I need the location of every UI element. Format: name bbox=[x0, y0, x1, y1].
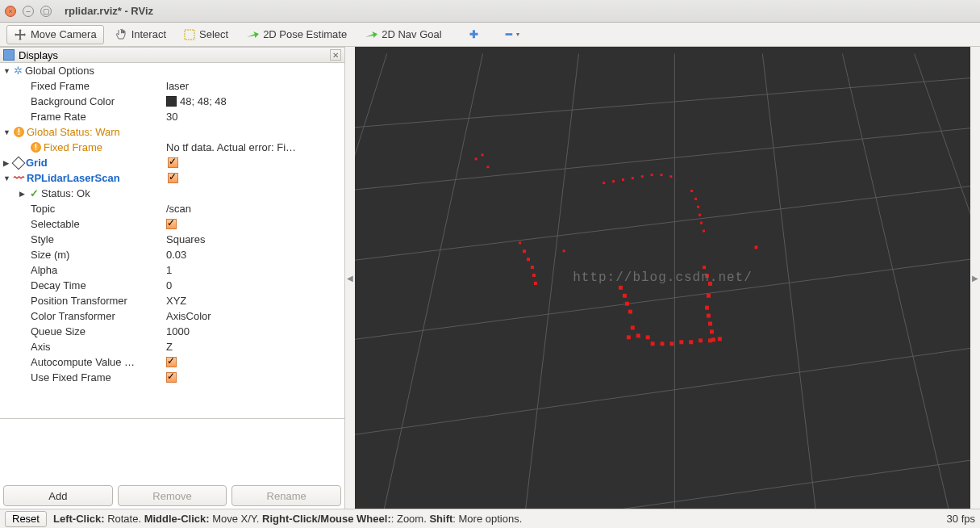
tree-item-label[interactable]: Queue Size bbox=[31, 325, 85, 337]
expander-icon[interactable]: ▼ bbox=[3, 67, 11, 75]
svg-rect-46 bbox=[710, 329, 714, 333]
svg-line-12 bbox=[842, 54, 954, 509]
tree-item-value[interactable]: 1000 bbox=[161, 325, 344, 337]
tree-item-label[interactable]: Style bbox=[31, 233, 54, 245]
tree-item-label[interactable]: Grid bbox=[26, 157, 48, 169]
status-help: Left-Click: Rotate. Middle-Click: Move X… bbox=[53, 513, 522, 525]
tree-item-value[interactable]: Squares bbox=[161, 233, 344, 245]
displays-tree[interactable]: ▼✲Global Options Fixed Frame laser Backg… bbox=[0, 63, 344, 418]
expander-icon[interactable]: ▶ bbox=[19, 190, 27, 198]
remove-tool-button[interactable]: ━ ▾ bbox=[498, 25, 527, 44]
nav-goal-label: 2D Nav Goal bbox=[382, 28, 441, 40]
tree-item-label[interactable]: Selectable bbox=[31, 218, 80, 230]
tree-item-label[interactable]: Background Color bbox=[31, 95, 115, 107]
svg-rect-50 bbox=[625, 302, 629, 306]
interact-button[interactable]: Interact bbox=[107, 25, 173, 44]
checkbox[interactable] bbox=[166, 357, 177, 367]
warn-icon: ! bbox=[31, 142, 41, 153]
displays-panel: Displays ✕ ▼✲Global Options Fixed Frame … bbox=[0, 47, 345, 509]
tree-item-label[interactable]: Global Status: Warn bbox=[27, 126, 120, 138]
grid-icon bbox=[12, 156, 26, 170]
svg-rect-51 bbox=[628, 310, 632, 314]
expander-icon[interactable]: ▼ bbox=[3, 128, 11, 136]
nav-goal-button[interactable]: 2D Nav Goal bbox=[357, 25, 448, 44]
svg-rect-54 bbox=[636, 333, 640, 337]
tree-item-value[interactable]: 30 bbox=[161, 111, 344, 123]
svg-rect-38 bbox=[754, 245, 757, 249]
titlebar: × – ▢ rplidar.rviz* - RViz bbox=[0, 0, 980, 23]
tree-item-value[interactable]: AxisColor bbox=[161, 310, 344, 322]
svg-rect-33 bbox=[694, 198, 697, 200]
svg-line-9 bbox=[523, 54, 578, 509]
move-camera-label: Move Camera bbox=[31, 28, 97, 40]
check-icon: ✓ bbox=[30, 187, 39, 199]
tree-item-label[interactable]: Autocompute Value … bbox=[31, 356, 135, 368]
tree-item-label[interactable]: Color Transformer bbox=[31, 310, 115, 322]
tree-item-value: 48; 48; 48 bbox=[180, 95, 227, 107]
expander-icon[interactable]: ▼ bbox=[3, 174, 11, 182]
close-icon[interactable]: ✕ bbox=[330, 49, 341, 61]
window-minimize-button[interactable]: – bbox=[23, 6, 34, 17]
pose-estimate-button[interactable]: 2D Pose Estimate bbox=[239, 25, 354, 44]
tree-item-label[interactable]: Status: Ok bbox=[41, 187, 90, 199]
add-tool-button[interactable]: ✚ bbox=[462, 25, 486, 44]
reset-button[interactable]: Reset bbox=[5, 511, 47, 527]
tree-item-label[interactable]: Axis bbox=[31, 341, 51, 353]
checkbox[interactable] bbox=[168, 157, 178, 168]
tree-item-label[interactable]: Fixed Frame bbox=[44, 141, 102, 153]
svg-rect-24 bbox=[603, 182, 605, 184]
remove-button[interactable]: Remove bbox=[118, 485, 227, 506]
tree-item-value[interactable]: Z bbox=[161, 341, 344, 353]
svg-rect-62 bbox=[708, 338, 712, 342]
svg-rect-63 bbox=[718, 337, 722, 341]
tree-item-label[interactable]: Topic bbox=[31, 203, 55, 215]
plus-icon: ✚ bbox=[469, 28, 478, 40]
scroll-left-icon[interactable]: ◀ bbox=[345, 274, 355, 283]
svg-rect-27 bbox=[632, 177, 634, 179]
tree-item-label[interactable]: Decay Time bbox=[31, 279, 86, 291]
minus-icon: ━ bbox=[506, 28, 512, 40]
svg-rect-39 bbox=[703, 266, 706, 269]
tree-item-label[interactable]: Fixed Frame bbox=[31, 80, 90, 92]
pose-estimate-label: 2D Pose Estimate bbox=[263, 28, 347, 40]
select-button[interactable]: Select bbox=[177, 25, 236, 44]
window-close-button[interactable]: × bbox=[5, 6, 16, 17]
checkbox[interactable] bbox=[166, 219, 177, 229]
checkbox[interactable] bbox=[168, 173, 178, 183]
arrow-green-icon bbox=[246, 31, 259, 39]
svg-rect-29 bbox=[651, 174, 653, 176]
tree-item-label[interactable]: Global Options bbox=[25, 65, 94, 77]
3d-viewport[interactable]: http://blog.csdn.net/ bbox=[355, 47, 970, 509]
tree-item-label[interactable]: Alpha bbox=[31, 264, 57, 276]
svg-rect-23 bbox=[563, 249, 565, 252]
tree-item-label[interactable]: Size (m) bbox=[31, 249, 69, 261]
svg-rect-55 bbox=[646, 335, 650, 339]
tree-item-value[interactable]: 0.03 bbox=[161, 249, 344, 261]
color-swatch[interactable] bbox=[166, 96, 177, 107]
tree-item-value[interactable]: XYZ bbox=[161, 295, 344, 307]
svg-rect-60 bbox=[689, 340, 693, 344]
svg-rect-25 bbox=[612, 180, 615, 182]
checkbox[interactable] bbox=[166, 372, 177, 383]
laserscan-icon: 〰 bbox=[14, 172, 24, 184]
expander-icon[interactable]: ▶ bbox=[3, 159, 11, 167]
svg-rect-59 bbox=[679, 340, 683, 344]
tree-item-label[interactable]: Frame Rate bbox=[31, 111, 86, 123]
svg-rect-16 bbox=[487, 166, 490, 168]
add-button[interactable]: Add bbox=[3, 485, 113, 506]
window-maximize-button[interactable]: ▢ bbox=[40, 6, 52, 17]
svg-line-1 bbox=[355, 69, 970, 133]
svg-rect-15 bbox=[482, 153, 484, 156]
tree-item-value[interactable]: laser bbox=[161, 80, 344, 92]
watermark-text: http://blog.csdn.net/ bbox=[573, 270, 753, 285]
tree-item-value[interactable]: 1 bbox=[161, 264, 344, 276]
move-camera-button[interactable]: Move Camera bbox=[6, 25, 104, 44]
scroll-right-icon[interactable]: ▶ bbox=[970, 274, 980, 283]
svg-line-11 bbox=[762, 54, 818, 509]
tree-item-value[interactable]: 0 bbox=[161, 279, 344, 291]
tree-item-label[interactable]: RPLidarLaserScan bbox=[27, 172, 120, 184]
rename-button[interactable]: Rename bbox=[231, 485, 341, 506]
tree-item-label[interactable]: Position Transformer bbox=[31, 295, 127, 307]
tree-item-value[interactable]: /scan bbox=[161, 203, 344, 215]
tree-item-label[interactable]: Use Fixed Frame bbox=[31, 371, 111, 383]
